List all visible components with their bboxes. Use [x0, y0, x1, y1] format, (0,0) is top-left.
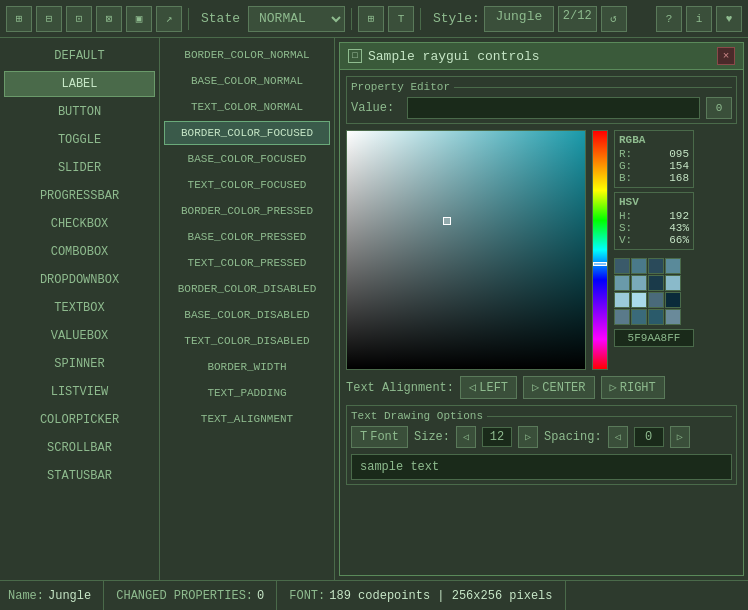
prop-border-color-normal[interactable]: BORDER_COLOR_NORMAL — [164, 43, 330, 67]
dialog-content: Property Editor Value: 0 — [340, 70, 743, 575]
style-counter: 2/12 — [558, 6, 597, 32]
sidebar-item-label[interactable]: LABEL — [4, 71, 155, 97]
sidebar-item-spinner[interactable]: SPINNER — [4, 351, 155, 377]
font-button[interactable]: T Font — [351, 426, 408, 448]
size-prev-button[interactable]: ◁ — [456, 426, 476, 448]
sidebar-item-dropdownbox[interactable]: DROPDOWNBOX — [4, 267, 155, 293]
prop-text-color-normal[interactable]: TEXT_COLOR_NORMAL — [164, 95, 330, 119]
prop-base-color-pressed[interactable]: BASE_COLOR_PRESSED — [164, 225, 330, 249]
toolbar-sep-3 — [420, 8, 421, 30]
hex-display: 5F9AA8FF — [614, 329, 694, 347]
color-swatch[interactable] — [665, 258, 681, 274]
sidebar-item-slider[interactable]: SLIDER — [4, 155, 155, 181]
color-swatch[interactable] — [648, 292, 664, 308]
color-gradient[interactable] — [346, 130, 586, 370]
heart-icon[interactable]: ♥ — [716, 6, 742, 32]
align-right-button[interactable]: ▷ RIGHT — [601, 376, 665, 399]
spacing-display: 0 — [634, 427, 664, 447]
dialog-title-text: Sample raygui controls — [368, 49, 540, 64]
color-swatch[interactable] — [665, 292, 681, 308]
sidebar-item-default[interactable]: DEFAULT — [4, 43, 155, 69]
color-swatch[interactable] — [614, 292, 630, 308]
sidebar-item-colorpicker[interactable]: COLORPICKER — [4, 407, 155, 433]
color-swatch[interactable] — [631, 258, 647, 274]
prop-text-color-pressed[interactable]: TEXT_COLOR_PRESSED — [164, 251, 330, 275]
dialog-close-button[interactable]: × — [717, 47, 735, 65]
sidebar-item-listview[interactable]: LISTVIEW — [4, 379, 155, 405]
color-swatch[interactable] — [631, 309, 647, 325]
color-swatch[interactable] — [614, 258, 630, 274]
color-swatch[interactable] — [614, 309, 630, 325]
icon-btn-1[interactable]: ⊞ — [6, 6, 32, 32]
info-icon[interactable]: i — [686, 6, 712, 32]
icon-btn-3[interactable]: ⊡ — [66, 6, 92, 32]
prop-base-color-disabled[interactable]: BASE_COLOR_DISABLED — [164, 303, 330, 327]
hex-value: 5F9AA8FF — [628, 332, 681, 344]
align-left-button[interactable]: ◁ LEFT — [460, 376, 517, 399]
name-value: Jungle — [48, 589, 91, 603]
property-editor-title: Property Editor — [351, 81, 450, 93]
sidebar-item-button[interactable]: BUTTON — [4, 99, 155, 125]
color-swatches — [614, 258, 694, 325]
sidebar-item-toggle[interactable]: TOGGLE — [4, 127, 155, 153]
hue-slider — [593, 262, 607, 266]
align-left-icon: ◁ — [469, 380, 476, 395]
grid-view-icon[interactable]: ⊞ — [358, 6, 384, 32]
hsv-h-row: H: 192 — [619, 210, 689, 222]
align-center-label: CENTER — [542, 381, 585, 395]
question-icon[interactable]: ? — [656, 6, 682, 32]
rgba-title: RGBA — [619, 134, 689, 146]
icon-btn-2[interactable]: ⊟ — [36, 6, 62, 32]
prop-border-color-disabled[interactable]: BORDER_COLOR_DISABLED — [164, 277, 330, 301]
sidebar-item-combobox[interactable]: COMBOBOX — [4, 239, 155, 265]
sidebar-item-progressbar[interactable]: PROGRESSBAR — [4, 183, 155, 209]
prop-border-color-pressed[interactable]: BORDER_COLOR_PRESSED — [164, 199, 330, 223]
b-val: 168 — [659, 172, 689, 184]
hsv-s-row: S: 43% — [619, 222, 689, 234]
sidebar-item-statusbar[interactable]: STATUSBAR — [4, 463, 155, 489]
prop-border-color-focused[interactable]: BORDER_COLOR_FOCUSED — [164, 121, 330, 145]
sidebar-item-checkbox[interactable]: CHECKBOX — [4, 211, 155, 237]
refresh-icon[interactable]: ↺ — [601, 6, 627, 32]
color-hue-bar[interactable] — [592, 130, 608, 370]
prop-text-alignment[interactable]: TEXT_ALIGNMENT — [164, 407, 330, 431]
prop-text-padding[interactable]: TEXT_PADDING — [164, 381, 330, 405]
color-swatch[interactable] — [614, 275, 630, 291]
prop-value-row: Value: 0 — [351, 97, 732, 119]
rgba-r-row: R: 095 — [619, 148, 689, 160]
prop-border-width[interactable]: BORDER_WIDTH — [164, 355, 330, 379]
prop-text-color-disabled[interactable]: TEXT_COLOR_DISABLED — [164, 329, 330, 353]
value-input[interactable] — [407, 97, 700, 119]
color-swatch[interactable] — [648, 275, 664, 291]
s-label: S: — [619, 222, 632, 234]
state-select[interactable]: NORMAL FOCUSED PRESSED DISABLED — [248, 6, 345, 32]
color-swatch[interactable] — [648, 258, 664, 274]
prop-base-color-focused[interactable]: BASE_COLOR_FOCUSED — [164, 147, 330, 171]
status-name-section: Name: Jungle — [8, 581, 104, 610]
style-label: Style: — [433, 11, 480, 26]
align-center-button[interactable]: ▷ CENTER — [523, 376, 594, 399]
text-icon[interactable]: T — [388, 6, 414, 32]
section-line-1 — [454, 87, 732, 88]
font-icon: T — [360, 430, 367, 444]
value-btn[interactable]: 0 — [706, 97, 732, 119]
align-right-icon: ▷ — [610, 380, 617, 395]
icon-btn-5[interactable]: ▣ — [126, 6, 152, 32]
align-right-label: RIGHT — [620, 381, 656, 395]
color-swatch[interactable] — [631, 275, 647, 291]
size-next-button[interactable]: ▷ — [518, 426, 538, 448]
spacing-prev-button[interactable]: ◁ — [608, 426, 628, 448]
sidebar-item-scrollbar[interactable]: SCROLLBAR — [4, 435, 155, 461]
color-swatch[interactable] — [631, 292, 647, 308]
spacing-next-button[interactable]: ▷ — [670, 426, 690, 448]
prop-base-color-normal[interactable]: BASE_COLOR_NORMAL — [164, 69, 330, 93]
icon-btn-4[interactable]: ⊠ — [96, 6, 122, 32]
icon-btn-6[interactable]: ↗ — [156, 6, 182, 32]
prop-text-color-focused[interactable]: TEXT_COLOR_FOCUSED — [164, 173, 330, 197]
sidebar-item-valuebox[interactable]: VALUEBOX — [4, 323, 155, 349]
changed-label: CHANGED PROPERTIES: — [116, 589, 253, 603]
color-swatch[interactable] — [665, 275, 681, 291]
color-swatch[interactable] — [648, 309, 664, 325]
color-swatch[interactable] — [665, 309, 681, 325]
sidebar-item-textbox[interactable]: TEXTBOX — [4, 295, 155, 321]
